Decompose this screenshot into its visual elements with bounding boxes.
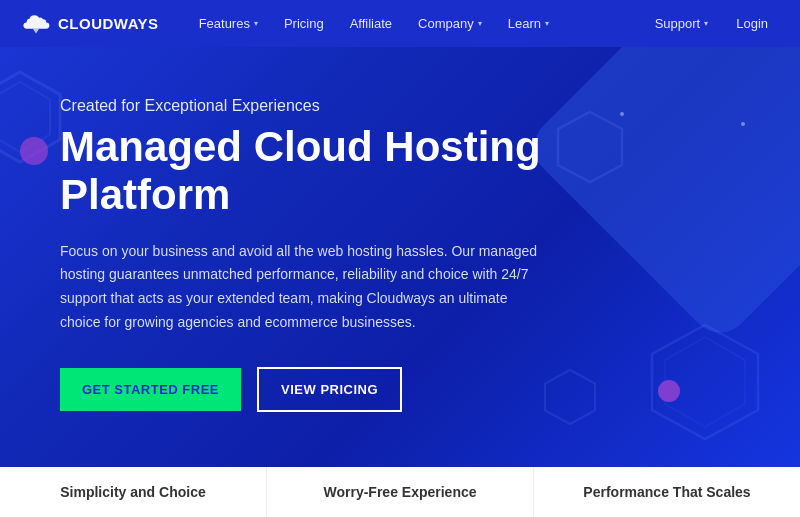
nav-learn[interactable]: Learn ▾ [496,0,561,47]
nav-login[interactable]: Login [724,0,780,47]
get-started-button[interactable]: GET STARTED FREE [60,368,241,411]
chevron-down-icon: ▾ [704,19,708,28]
chevron-down-icon: ▾ [478,19,482,28]
dot-decoration-2 [741,122,745,126]
chevron-down-icon: ▾ [254,19,258,28]
nav-pricing[interactable]: Pricing [272,0,336,47]
bottom-item-performance: Performance That Scales [534,467,800,517]
logo-text: CLOUDWAYS [58,15,159,32]
view-pricing-button[interactable]: VIEW PRICING [257,367,402,412]
hex-decoration-right-large-bottom [640,317,770,447]
hero-title: Managed Cloud Hosting Platform [60,123,620,220]
purple-dot-left [20,137,48,165]
chevron-down-icon: ▾ [545,19,549,28]
hero-buttons: GET STARTED FREE VIEW PRICING [60,367,620,412]
hero-content: Created for Exceptional Experiences Mana… [60,97,620,412]
logo[interactable]: CLOUDWAYS [20,13,159,35]
purple-dot-right [658,380,680,402]
bottom-item-performance-label: Performance That Scales [583,484,750,500]
svg-marker-4 [665,337,745,427]
hero-section: Created for Exceptional Experiences Mana… [0,47,800,467]
nav-company[interactable]: Company ▾ [406,0,494,47]
nav-affiliate[interactable]: Affiliate [338,0,404,47]
nav-features[interactable]: Features ▾ [187,0,270,47]
logo-icon [20,13,52,35]
nav-support[interactable]: Support ▾ [643,0,721,47]
bottom-item-worry-free-label: Worry-Free Experience [323,484,476,500]
nav-links: Features ▾ Pricing Affiliate Company ▾ L… [187,0,643,47]
bottom-item-simplicity-label: Simplicity and Choice [60,484,205,500]
bottom-item-simplicity: Simplicity and Choice [0,467,267,517]
hero-subtitle: Created for Exceptional Experiences [60,97,620,115]
bottom-bar: Simplicity and Choice Worry-Free Experie… [0,467,800,517]
bottom-item-worry-free: Worry-Free Experience [267,467,534,517]
nav-right: Support ▾ Login [643,0,780,47]
navbar: CLOUDWAYS Features ▾ Pricing Affiliate C… [0,0,800,47]
hero-description: Focus on your business and avoid all the… [60,240,550,335]
